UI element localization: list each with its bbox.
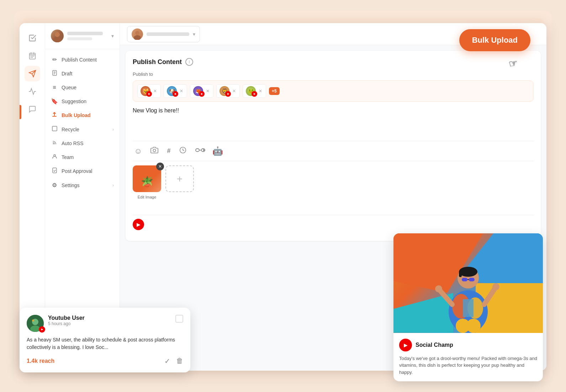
nav-name-area xyxy=(67,32,108,40)
team-label: Team xyxy=(62,154,74,160)
svg-point-26 xyxy=(134,35,141,40)
account-name-bar xyxy=(147,32,189,36)
channel-4-close-icon[interactable]: ✕ xyxy=(232,89,237,94)
recycle-label: Recycle xyxy=(62,127,79,132)
channel-chip-2[interactable]: 🐶 ▶ ✕ xyxy=(164,84,187,98)
sidebar-item-queue[interactable]: ≡ Queue xyxy=(45,81,120,94)
ai-button[interactable]: 🤖 xyxy=(212,146,223,156)
media-add-button[interactable]: + xyxy=(165,165,194,192)
media-row: 🪴 ✕ Edit Image + xyxy=(133,165,534,201)
channel-chip-3[interactable]: 🦊 ▶ ✕ xyxy=(190,84,213,98)
channel-2-close-icon[interactable]: ✕ xyxy=(179,89,184,94)
reach-text: 1.4k reach xyxy=(27,358,54,364)
nav-name-bar xyxy=(67,32,103,35)
sidebar-item-team[interactable]: Team xyxy=(45,150,120,164)
social-username: Youtube User xyxy=(48,315,171,321)
social-card-header: Youtube User 5 hours ago xyxy=(27,315,183,332)
social-checkbox[interactable] xyxy=(175,315,183,323)
svg-point-27 xyxy=(153,149,156,152)
sidebar-icon-chat[interactable] xyxy=(25,101,40,117)
svg-point-23 xyxy=(54,155,55,157)
channel-1-close-icon[interactable]: ✕ xyxy=(153,89,158,94)
publish-to-label: Publish to xyxy=(133,71,534,77)
svg-point-15 xyxy=(53,37,62,42)
channel-5-close-icon[interactable]: ✕ xyxy=(258,89,263,94)
svg-point-25 xyxy=(135,31,139,35)
sidebar-item-suggestion[interactable]: 🔖 Suggestion xyxy=(45,94,120,108)
sidebar-item-recycle[interactable]: Recycle › xyxy=(45,122,120,136)
nav-header[interactable]: ▾ xyxy=(45,23,120,49)
link-button[interactable] xyxy=(194,145,207,157)
channel-chip-4[interactable]: 🦁 ▶ ✕ xyxy=(216,84,240,98)
preview-yt-icon: ▶ xyxy=(399,339,412,351)
account-selector[interactable]: ▾ xyxy=(127,26,200,42)
action-icons: ✓ 🗑 xyxy=(164,357,183,365)
bulk-upload-nav-label: Bulk Upload xyxy=(62,112,91,118)
post-approval-label: Post Approval xyxy=(62,168,92,174)
social-proof-card: Youtube User 5 hours ago As a heavy SM u… xyxy=(20,308,190,372)
channel-chip-5[interactable]: 🐸 ▶ ✕ xyxy=(243,84,266,98)
sidebar-icon-check[interactable] xyxy=(25,30,40,46)
svg-rect-40 xyxy=(463,299,474,317)
svg-rect-29 xyxy=(196,149,199,152)
svg-point-51 xyxy=(435,285,442,292)
draft-label: Draft xyxy=(62,71,72,76)
preview-channel: ▶ Social Champ xyxy=(399,339,537,351)
queue-icon: ≡ xyxy=(51,84,58,91)
approve-action-icon[interactable]: ✓ xyxy=(164,357,170,365)
yt-bottom-bar: ▶ xyxy=(133,215,534,234)
media-thumbnail: 🪴 ✕ xyxy=(133,165,161,192)
nav-avatar xyxy=(51,30,64,42)
sidebar-icon-calendar[interactable] xyxy=(25,48,40,64)
page-title: Publish Content xyxy=(133,58,182,66)
info-icon[interactable]: i xyxy=(185,58,193,66)
media-thumb-wrapper: 🪴 ✕ Edit Image xyxy=(133,165,161,192)
sidebar-item-settings[interactable]: ⚙ Settings › xyxy=(45,178,120,192)
yt-icon: ▶ xyxy=(133,219,144,230)
svg-point-36 xyxy=(32,319,34,322)
social-review-text: As a heavy SM user, the ability to sched… xyxy=(27,336,183,351)
svg-line-50 xyxy=(484,288,495,304)
nav-sub-bar xyxy=(67,37,92,40)
delete-action-icon[interactable]: 🗑 xyxy=(176,357,183,365)
svg-line-49 xyxy=(440,290,452,304)
sidebar-icon-analytics[interactable] xyxy=(25,84,40,99)
sidebar-item-auto-rss[interactable]: Auto RSS xyxy=(45,136,120,150)
preview-image xyxy=(393,233,543,333)
svg-rect-20 xyxy=(52,116,57,117)
media-close-button[interactable]: ✕ xyxy=(156,163,164,170)
social-user-avatar xyxy=(27,315,44,332)
svg-rect-47 xyxy=(469,278,475,281)
channels-row: 🐱 ▶ ✕ 🐶 ▶ ✕ xyxy=(133,80,534,102)
sidebar-icon-publish[interactable] xyxy=(25,66,40,81)
svg-rect-24 xyxy=(53,168,57,173)
publish-label: Publish Content xyxy=(62,57,97,63)
rss-icon xyxy=(51,140,58,147)
sidebar-item-publish[interactable]: ✏ Publish Content xyxy=(45,53,120,67)
svg-rect-21 xyxy=(52,126,57,131)
nav-chevron-icon[interactable]: ▾ xyxy=(111,33,114,39)
social-yt-badge xyxy=(39,326,45,333)
svg-point-52 xyxy=(492,283,499,290)
bulk-upload-float-button[interactable]: Bulk Upload xyxy=(459,29,530,51)
hashtag-button[interactable]: # xyxy=(165,146,172,156)
schedule-button[interactable] xyxy=(178,145,188,157)
camera-button[interactable] xyxy=(149,145,160,157)
channel-3-close-icon[interactable]: ✕ xyxy=(205,89,210,94)
sidebar-item-draft[interactable]: Draft xyxy=(45,67,120,81)
channels-more-button[interactable]: +5 xyxy=(269,87,280,95)
account-chevron-icon: ▾ xyxy=(193,31,195,37)
publish-icon: ✏ xyxy=(51,56,58,63)
post-text-input[interactable]: New Vlog is here!! xyxy=(133,107,534,136)
channel-chip-1[interactable]: 🐱 ▶ ✕ xyxy=(137,84,161,98)
sidebar-item-bulk-upload[interactable]: Bulk Upload xyxy=(45,108,120,122)
draft-icon xyxy=(51,70,58,77)
sidebar-item-post-approval[interactable]: Post Approval xyxy=(45,164,120,178)
edit-image-label: Edit Image xyxy=(138,195,157,199)
svg-point-22 xyxy=(53,143,54,144)
emoji-button[interactable]: ☺ xyxy=(133,145,143,157)
preview-channel-name: Social Champ xyxy=(416,342,453,348)
suggestion-label: Suggestion xyxy=(62,99,86,104)
publish-content-panel: Publish Content i Publish to 🐱 ▶ ✕ xyxy=(126,51,541,241)
preview-card: ▶ Social Champ Today's we've got a drool… xyxy=(393,233,543,382)
